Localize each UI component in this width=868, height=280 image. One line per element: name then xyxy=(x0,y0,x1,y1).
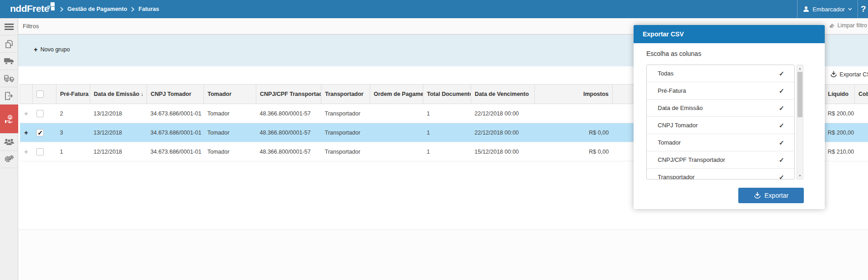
col-cobra[interactable]: Cobra xyxy=(855,85,868,104)
documents-icon xyxy=(5,40,14,49)
delivery-truck-icon xyxy=(4,75,14,82)
user-menu[interactable]: Embarcador xyxy=(797,0,858,18)
clear-filter-button[interactable]: Limpar filtro xyxy=(829,22,867,29)
check-icon: ✓ xyxy=(779,156,784,164)
scrollbar-thumb[interactable] xyxy=(797,72,802,117)
cell-data-emissao: 12/12/2018 xyxy=(90,142,147,161)
col-total-documentos[interactable]: Total Documentos xyxy=(423,85,471,104)
new-group-button[interactable]: + Novo grupo xyxy=(34,45,70,53)
cell-cnpj-cpf-transportador: 48.366.800/0001-57 xyxy=(256,104,321,123)
select-all-checkbox[interactable] xyxy=(36,90,44,98)
topbar: nddFrete Gestão de Pagamento Faturas Emb… xyxy=(0,0,868,18)
sidebar-item-documents[interactable] xyxy=(0,35,18,53)
cell-ordem-pagamento xyxy=(370,142,423,161)
cell-ordem-pagamento xyxy=(370,123,423,142)
col-expand xyxy=(20,85,33,104)
column-option-pre-fatura[interactable]: Pré-Fatura ✓ xyxy=(647,82,794,100)
sidebar-item-users[interactable] xyxy=(0,134,18,151)
cell-data-vencimento: 22/12/2018 00:00 xyxy=(471,123,535,142)
cell-data-vencimento: 22/12/2018 00:00 xyxy=(471,104,535,123)
column-option-label: Pré-Fatura xyxy=(658,87,686,94)
clear-filter-label: Limpar filtro xyxy=(838,22,867,29)
sidebar-item-menu[interactable] xyxy=(0,18,18,35)
menu-icon xyxy=(5,24,14,30)
column-option-cnpj-cpf-transportador[interactable]: CNPJ/CPF Transportador ✓ xyxy=(647,151,794,169)
column-option-tomador[interactable]: Tomador ✓ xyxy=(647,134,794,151)
col-cnpj-tomador[interactable]: CNPJ Tomador xyxy=(147,85,204,104)
cell-impostos xyxy=(535,104,613,123)
page-bottom xyxy=(18,230,868,280)
sidebar-item-settings[interactable] xyxy=(0,151,18,168)
row-checkbox[interactable] xyxy=(36,148,44,155)
new-group-label: Novo grupo xyxy=(41,46,70,53)
cell-impostos: R$ 0,00 xyxy=(535,142,613,161)
modal-title: Exportar CSV xyxy=(643,30,684,38)
sidebar-item-truck[interactable] xyxy=(0,53,18,70)
expand-row-button[interactable]: + xyxy=(24,148,28,155)
expand-row-button[interactable]: + xyxy=(24,129,28,136)
cell-ordem-pagamento xyxy=(370,104,423,123)
export-button[interactable]: Exportar xyxy=(738,188,804,203)
column-option-label: Todas xyxy=(658,70,674,77)
gears-icon xyxy=(4,155,14,164)
cell-tomador: Tomador xyxy=(204,142,256,161)
column-list: Todas ✓ Pré-Fatura ✓ Data de Emissão ✓ C… xyxy=(646,65,795,180)
cell-impostos: R$ 0,00 xyxy=(535,123,613,142)
cell-data-emissao: 13/12/2018 xyxy=(90,123,147,142)
breadcrumb-gestao-pagamento[interactable]: Gestão de Pagamento xyxy=(67,6,127,12)
column-option-transportador[interactable]: Transportador ✓ xyxy=(647,169,794,180)
breadcrumb-faturas[interactable]: Faturas xyxy=(138,6,159,12)
cell-cnpj-tomador: 34.673.686/0001-01 xyxy=(147,142,204,161)
sidebar-item-delivery-truck[interactable] xyxy=(0,70,18,87)
cell-cobra xyxy=(855,123,868,142)
download-icon xyxy=(754,192,761,199)
cell-cnpj-cpf-transportador: 48.366.800/0001-57 xyxy=(256,142,321,161)
logo-squares-icon xyxy=(47,2,56,10)
col-data-emissao[interactable]: Data de Emissão↓ xyxy=(90,85,147,104)
list-scrollbar[interactable]: ▲ ▼ xyxy=(797,65,803,180)
users-icon xyxy=(4,138,15,146)
download-icon xyxy=(830,71,837,78)
col-liquido[interactable]: Líquido xyxy=(824,85,855,104)
cell-liquido: R$ 200,00 xyxy=(824,104,855,123)
sidebar-item-export-document[interactable] xyxy=(0,87,18,105)
column-option-todas[interactable]: Todas ✓ xyxy=(647,65,794,82)
col-cnpj-cpf-transportador[interactable]: CNPJ/CPF Transportador xyxy=(256,85,321,104)
cell-transportador: Transportador xyxy=(321,142,370,161)
cell-transportador: Transportador xyxy=(321,123,370,142)
col-ordem-pagamento[interactable]: Ordem de Pagamento xyxy=(370,85,423,104)
col-impostos[interactable]: Impostos xyxy=(535,85,613,104)
cell-pre-fatura: 2 xyxy=(56,104,90,123)
cell-pre-fatura: 3 xyxy=(56,123,90,142)
cell-total-documentos: 1 xyxy=(423,104,471,123)
filters-title: Filtros xyxy=(23,23,39,30)
truck-icon xyxy=(4,58,14,65)
export-csv-label: Exportar CSV xyxy=(840,71,868,78)
hand-coin-icon: $ xyxy=(4,114,14,124)
cell-data-emissao: 13/12/2018 xyxy=(90,104,147,123)
expand-row-button[interactable]: + xyxy=(24,110,28,117)
column-option-label: Tomador xyxy=(658,139,681,146)
eraser-icon xyxy=(829,23,835,28)
column-option-label: CNPJ Tomador xyxy=(658,122,698,129)
cell-liquido: R$ 210,00 xyxy=(824,142,855,161)
sidebar-item-payments[interactable]: $ xyxy=(0,105,18,134)
cell-liquido: R$ 200,00 xyxy=(824,123,855,142)
scroll-down-icon[interactable]: ▼ xyxy=(797,173,803,179)
sidebar: $ xyxy=(0,18,18,280)
row-checkbox[interactable] xyxy=(36,110,44,117)
row-checkbox[interactable] xyxy=(36,129,44,136)
col-tomador[interactable]: Tomador xyxy=(204,85,256,104)
col-data-vencimento[interactable]: Data de Vencimento xyxy=(471,85,535,104)
col-transportador[interactable]: Transportador xyxy=(321,85,370,104)
column-option-cnpj-tomador[interactable]: CNPJ Tomador ✓ xyxy=(647,117,794,134)
cell-transportador: Transportador xyxy=(321,104,370,123)
cell-cobra xyxy=(855,142,868,161)
export-csv-button[interactable]: Exportar CSV xyxy=(830,71,868,78)
scroll-up-icon[interactable]: ▲ xyxy=(797,65,803,71)
check-icon: ✓ xyxy=(779,174,784,180)
col-pre-fatura[interactable]: Pré-Fatura xyxy=(56,85,90,104)
help-button[interactable]: ? xyxy=(858,0,868,18)
column-option-data-emissao[interactable]: Data de Emissão ✓ xyxy=(647,100,794,117)
export-csv-modal: Exportar CSV Escolha as colunas Todas ✓ … xyxy=(634,25,825,209)
